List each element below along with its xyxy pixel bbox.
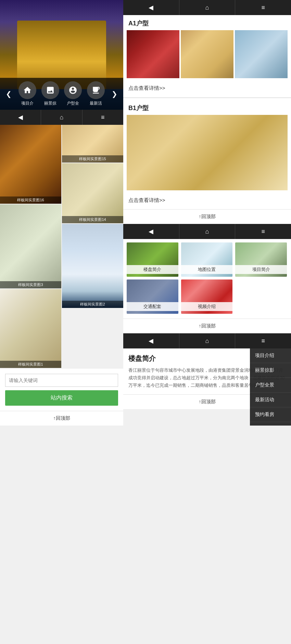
right-nav-home1[interactable]: ⌂ <box>179 0 236 15</box>
hero-image: ❮ 项目介 丽景掠 户型全 <box>0 0 123 110</box>
right-nav-menu3[interactable]: ≡ <box>235 333 291 348</box>
right-nav-back3[interactable]: ◀ <box>123 333 179 348</box>
gallery-item-1[interactable]: 样板间实景图1 <box>0 289 61 368</box>
right-nav2: ◀ ⌂ ≡ <box>123 224 291 239</box>
right-nav3: ◀ ⌂ ≡ <box>123 333 291 348</box>
a1-img1[interactable] <box>127 30 179 78</box>
b1-section: B1户型 点击查看详情>> <box>123 100 291 208</box>
menu-label-xiangmu: 项目简介 <box>235 265 287 274</box>
menu-label-loupan: 楼盘简介 <box>127 265 178 274</box>
right-back-to-top2[interactable]: ↑回顶部 <box>123 319 291 333</box>
a1-detail-link[interactable]: 点击查看详情>> <box>123 82 291 96</box>
gallery-item-15[interactable]: 样板间实景图15 <box>62 125 123 163</box>
dropdown-item-zuixin[interactable]: 最新活动 <box>250 393 291 407</box>
a1-title: A1户型 <box>123 15 291 30</box>
search-button[interactable]: 站内搜索 <box>5 390 118 406</box>
nav-icon-lijing[interactable]: 丽景掠 <box>41 81 59 106</box>
menu-label-shipin: 视频介绍 <box>181 302 233 311</box>
right-back-to-top1[interactable]: ↑回顶部 <box>123 209 291 224</box>
b1-title: B1户型 <box>123 100 291 115</box>
gallery-label-1: 样板间实景图1 <box>0 361 61 368</box>
right-nav-back1[interactable]: ◀ <box>123 0 179 15</box>
b1-detail-link[interactable]: 点击查看详情>> <box>123 194 291 208</box>
menu-label-jiaotong: 交通配套 <box>127 302 178 311</box>
dropdown-item-xiangmujie[interactable]: 项目介绍 <box>250 348 291 363</box>
menu-grid-section: 楼盘简介 地图位置 项目简介 交通配套 视频介绍 <box>123 239 291 317</box>
left-nav-menu[interactable]: ≡ <box>83 110 123 125</box>
a1-img3[interactable] <box>235 30 288 78</box>
gallery-label-15: 样板间实景图15 <box>62 155 123 163</box>
menu-item-loupan[interactable]: 楼盘简介 <box>127 242 178 277</box>
menu-label-ditu: 地图位置 <box>181 265 233 274</box>
a1-images <box>123 30 291 82</box>
right-nav3-wrap: ◀ ⌂ ≡ 项目介绍 丽景掠影 户型全景 最新活动 预约看房 销售动态 联系我们 <box>123 333 291 348</box>
left-nav-home[interactable]: ⌂ <box>41 110 82 125</box>
nav-arrow-right[interactable]: ❯ <box>110 90 119 98</box>
gallery-label-3: 样板间实景图3 <box>0 281 61 288</box>
nav-icon-huxing[interactable]: 户型全 <box>64 81 82 106</box>
menu-item-ditu[interactable]: 地图位置 <box>181 242 233 277</box>
left-nav-back[interactable]: ◀ <box>0 110 41 125</box>
menu-grid: 楼盘简介 地图位置 项目简介 交通配套 视频介绍 <box>123 239 291 317</box>
gallery-item-14[interactable]: 样板间实景图14 <box>62 163 123 223</box>
a1-img2[interactable] <box>181 30 233 78</box>
nav-icon-xiangmu[interactable]: 项目介 <box>18 81 36 106</box>
dropdown-item-xiaoshou[interactable]: 销售动态 <box>250 422 291 426</box>
menu-item-jiaotong[interactable]: 交通配套 <box>127 279 178 314</box>
dropdown-item-yuyue[interactable]: 预约看房 <box>250 407 291 422</box>
nav-arrow-left[interactable]: ❮ <box>4 90 13 98</box>
nav-icon-huodong[interactable]: 最新活 <box>87 81 105 106</box>
gallery-label-2: 样板间实景图2 <box>62 301 123 308</box>
b1-image-wrap <box>123 115 291 194</box>
gallery-label-14: 样板间实景图14 <box>62 216 123 223</box>
left-bottom-nav: ◀ ⌂ ≡ <box>0 110 123 125</box>
gallery-item-3[interactable]: 样板间实景图3 <box>0 204 61 288</box>
gallery-label-16: 样板间实景图16 <box>0 196 61 204</box>
search-input[interactable] <box>5 374 118 387</box>
a1-section: A1户型 点击查看详情>> <box>123 15 291 96</box>
search-area: 站内搜索 <box>0 368 123 411</box>
left-back-to-top[interactable]: ↑回顶部 <box>0 411 123 426</box>
right-nav-menu2[interactable]: ≡ <box>235 224 291 239</box>
right-nav-home3[interactable]: ⌂ <box>179 333 236 348</box>
gallery-grid: 样板间实景图16 样板间实景图3 样板间实景图1 样板间实景图15 <box>0 125 123 368</box>
right-nav-back2[interactable]: ◀ <box>123 224 179 239</box>
dropdown-item-lijingzuo[interactable]: 丽景掠影 <box>250 363 291 378</box>
menu-item-shipin[interactable]: 视频介绍 <box>181 279 233 314</box>
right-top-nav: ◀ ⌂ ≡ <box>123 0 291 15</box>
right-nav-home2[interactable]: ⌂ <box>179 224 236 239</box>
right-nav-menu1[interactable]: ≡ <box>235 0 291 15</box>
divider1 <box>123 97 291 98</box>
b1-img[interactable] <box>127 115 288 190</box>
dropdown-menu: 项目介绍 丽景掠影 户型全景 最新活动 预约看房 销售动态 联系我们 <box>250 348 291 426</box>
gallery-item-2[interactable]: 样板间实景图2 <box>62 224 123 308</box>
dropdown-item-huxingquan[interactable]: 户型全景 <box>250 378 291 393</box>
menu-item-xiangmu[interactable]: 项目简介 <box>235 242 287 277</box>
gallery-item-16[interactable]: 样板间实景图16 <box>0 125 61 204</box>
